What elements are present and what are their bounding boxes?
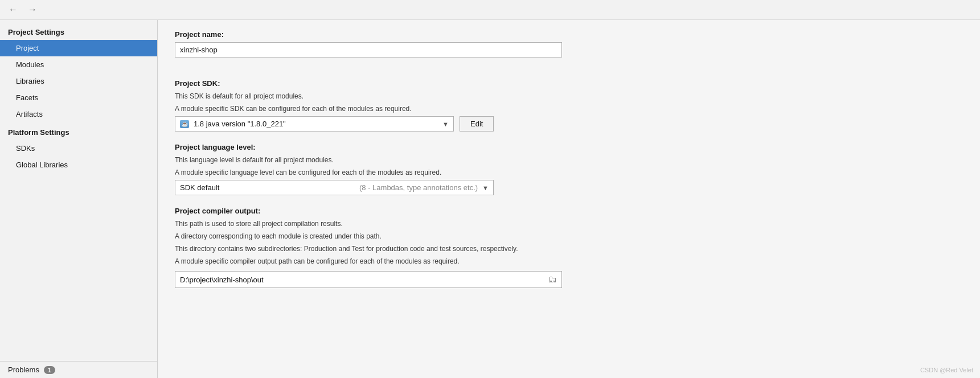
- compiler-desc1: This path is used to store all project c…: [175, 219, 963, 229]
- back-button[interactable]: ←: [6, 3, 20, 16]
- platform-settings-title: Platform Settings: [0, 122, 157, 140]
- sidebar-item-modules[interactable]: Modules: [0, 56, 157, 73]
- main-layout: Project Settings Project Modules Librari…: [0, 20, 980, 378]
- compiler-output-section: Project compiler output: This path is us…: [175, 207, 963, 288]
- language-level-section: Project language level: This language le…: [175, 143, 963, 195]
- sdk-row: ☕ 1.8 java version "1.8.0_221" ▼ Edit: [175, 116, 963, 132]
- project-name-input[interactable]: [175, 42, 562, 57]
- compiler-desc3: This directory contains two subdirectori…: [175, 244, 963, 254]
- lang-select-text: SDK default: [180, 183, 355, 192]
- top-bar: ← →: [0, 0, 980, 20]
- project-name-section: Project name:: [175, 30, 963, 68]
- sdk-edit-button[interactable]: Edit: [460, 116, 494, 132]
- lang-desc1: This language level is default for all p…: [175, 155, 963, 165]
- compiler-desc4: A module specific compiler output path c…: [175, 256, 963, 266]
- folder-browse-icon[interactable]: 🗂: [548, 274, 557, 285]
- compiler-label: Project compiler output:: [175, 207, 963, 215]
- sidebar-item-sdks[interactable]: SDKs: [0, 140, 157, 157]
- lang-desc2: A module specific language level can be …: [175, 167, 963, 178]
- sidebar-item-artifacts[interactable]: Artifacts: [0, 106, 157, 122]
- language-level-label: Project language level:: [175, 143, 963, 151]
- compiler-output-row: 🗂: [175, 271, 562, 288]
- sidebar: Project Settings Project Modules Librari…: [0, 20, 158, 378]
- forward-button[interactable]: →: [25, 3, 40, 16]
- compiler-output-input[interactable]: [180, 276, 548, 284]
- sidebar-problems[interactable]: Problems 1: [0, 361, 157, 378]
- sdk-select-text: 1.8 java version "1.8.0_221": [194, 120, 438, 128]
- sdk-desc2: A module specific SDK can be configured …: [175, 104, 963, 114]
- sdk-desc1: This SDK is default for all project modu…: [175, 91, 963, 101]
- language-level-dropdown[interactable]: SDK default (8 - Lambdas, type annotatio…: [175, 180, 494, 195]
- content-area: Project name: Project SDK: This SDK is d…: [158, 20, 980, 378]
- project-settings-title: Project Settings: [0, 22, 157, 40]
- problems-badge: 1: [44, 366, 55, 374]
- project-name-label: Project name:: [175, 30, 963, 39]
- project-sdk-section: Project SDK: This SDK is default for all…: [175, 79, 963, 132]
- sidebar-item-global-libraries[interactable]: Global Libraries: [0, 157, 157, 173]
- compiler-desc2: A directory corresponding to each module…: [175, 231, 963, 241]
- sidebar-item-facets[interactable]: Facets: [0, 89, 157, 106]
- sdk-dropdown-arrow-icon: ▼: [442, 121, 449, 128]
- sidebar-item-project[interactable]: Project: [0, 40, 157, 56]
- lang-select-secondary: (8 - Lambdas, type annotations etc.): [359, 183, 478, 192]
- copyright-text: CSDN @Red Velet: [920, 367, 973, 373]
- sdk-icon: ☕: [180, 120, 189, 128]
- lang-dropdown-arrow-icon: ▼: [482, 184, 489, 191]
- sdk-dropdown[interactable]: ☕ 1.8 java version "1.8.0_221" ▼: [175, 116, 454, 132]
- sdk-label: Project SDK:: [175, 79, 963, 88]
- problems-label: Problems: [8, 365, 39, 374]
- sidebar-item-libraries[interactable]: Libraries: [0, 73, 157, 89]
